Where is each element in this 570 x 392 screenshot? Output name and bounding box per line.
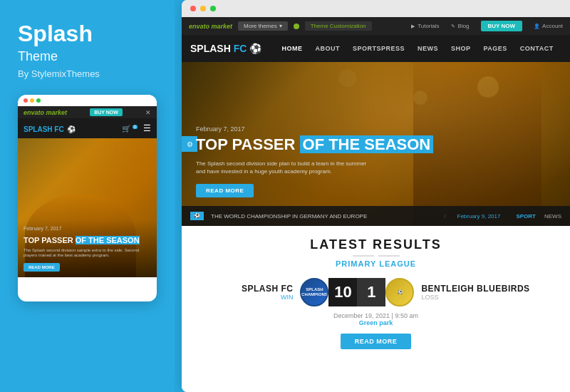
away-team-badge: ⚽ (385, 278, 414, 306)
left-panel: Splash Theme By StylemixThemes envato ma… (0, 0, 175, 392)
breaking-text: THE WORLD CHAMPIONSHIP IN GERMANY AND EU… (211, 213, 432, 220)
mobile-envato-logo: envato market (24, 109, 67, 116)
right-panel: envato market More themes ▾ Theme Custom… (182, 0, 570, 392)
hero-date: February 7, 2017 (196, 125, 433, 133)
site-nav: SPLASH FC ⚽ HOME ABOUT SPORTSPRESS NEWS … (182, 35, 570, 62)
nav-home[interactable]: HOME (276, 35, 308, 62)
results-title: LATEST RESULTS (196, 237, 556, 252)
sport-tag: SPORT (516, 213, 536, 220)
browser-dot-red[interactable] (190, 6, 196, 11)
hero-read-more-button[interactable]: READ MORE (196, 184, 254, 197)
mobile-logo-text: SPLASH FC ⚽ (24, 125, 76, 133)
site-logo: SPLASH FC ⚽ (190, 43, 261, 54)
blog-link[interactable]: Blog (458, 23, 470, 29)
nav-contact[interactable]: CONTACT (514, 35, 559, 62)
mobile-read-more-button[interactable]: READ MORE (24, 263, 60, 272)
logo-fc: FC (234, 43, 247, 54)
hero-content: February 7, 2017 TOP PASSER OF THE SEASO… (196, 125, 433, 197)
results-divider (196, 255, 556, 257)
tutorials-link[interactable]: Tutorials (418, 23, 439, 29)
nav-news[interactable]: NEWS (412, 35, 444, 62)
blog-icon: ✎ (451, 24, 455, 29)
home-team-badge: SPLASHCHAMPIONS (300, 278, 328, 306)
results-read-more: READ MORE (196, 334, 556, 349)
hero-title-part1: TOP PASSER (196, 135, 295, 153)
divider-line-left (353, 255, 374, 257)
hero-title: TOP PASSER OF THE SEASON (196, 136, 433, 153)
home-team-name: SPLASH FC (242, 284, 294, 294)
theme-title: Splash (18, 21, 157, 46)
theme-author: By StylemixThemes (18, 68, 157, 79)
mobile-logo: SPLASH FC ⚽ (24, 122, 76, 135)
nav-about[interactable]: ABOUT (309, 35, 346, 62)
mobile-envato-bar: envato market BUY NOW ✕ (18, 106, 157, 118)
score-section: SPLASHCHAMPIONS 10 1 ⚽ (300, 278, 414, 306)
site-wrapper: envato market More themes ▾ Theme Custom… (182, 17, 570, 392)
mobile-dot-red (24, 98, 28, 103)
home-score: 10 (328, 278, 357, 306)
browser-dot-green[interactable] (210, 6, 216, 11)
league-name: Primary League (196, 259, 556, 268)
mobile-close-icon[interactable]: ✕ (145, 109, 151, 116)
logo-soccer-icon: ⚽ (249, 43, 261, 54)
match-venue: Green park (196, 319, 556, 326)
envato-market-logo: envato market (189, 23, 232, 30)
breaking-date: February 9, 2017 (457, 213, 501, 220)
browser-chrome (182, 0, 570, 17)
theme-customization-button[interactable]: Theme Customization (305, 21, 372, 31)
mobile-hero-title-part1: TOP PASSER (24, 236, 76, 244)
mobile-hero: February 7, 2017 TOP PASSER OF THE SEASO… (18, 138, 157, 277)
nav-pages[interactable]: PAGES (478, 35, 513, 62)
chevron-down-icon: ▾ (279, 23, 282, 29)
mobile-hero-title-part2: OF THE SEASON (76, 236, 140, 244)
mobile-dot-green (36, 98, 41, 103)
home-team: SPLASH FC WIN (222, 284, 293, 301)
hero-title-highlight: OF THE SEASON (300, 135, 434, 153)
match-date: December 19, 2021 | 9:50 am (196, 312, 556, 319)
mobile-dots (24, 98, 41, 103)
results-section: LATEST RESULTS Primary League SPLASH FC … (182, 226, 570, 392)
results-read-more-button[interactable]: READ MORE (341, 334, 412, 349)
home-team-status: WIN (281, 294, 294, 301)
video-icon: ▶ (411, 24, 415, 29)
mobile-top-bar (18, 95, 157, 106)
browser-dot-yellow[interactable] (200, 6, 206, 11)
nav-sportspress[interactable]: SPORTSPRESS (347, 35, 410, 62)
account-link[interactable]: Account (542, 23, 563, 29)
breaking-label: ⚽ (190, 212, 204, 220)
mobile-soccer-icon: ⚽ (67, 125, 76, 133)
logo-splash: SPLASH (190, 43, 231, 54)
theme-subtitle: Theme (18, 49, 157, 64)
away-score: 1 (357, 278, 385, 306)
hero-description: The Splash second division side plan to … (196, 160, 367, 175)
account-icon: 👤 (534, 24, 540, 29)
divider-line-right (378, 255, 400, 257)
more-themes-button[interactable]: More themes ▾ (238, 21, 288, 31)
mobile-nav: SPLASH FC ⚽ 🛒 0 ☰ (18, 118, 157, 138)
buy-now-button[interactable]: BUY NOW (481, 21, 523, 31)
mobile-hamburger-icon[interactable]: ☰ (143, 123, 151, 133)
site-top-bar: envato market More themes ▾ Theme Custom… (182, 17, 570, 35)
mobile-buy-button[interactable]: BUY NOW (90, 108, 123, 116)
nav-shop[interactable]: SHOP (445, 35, 477, 62)
news-tag: NEWS (544, 213, 561, 220)
breaking-separator: / (444, 213, 445, 220)
nav-links: HOME ABOUT SPORTSPRESS NEWS SHOP PAGES C… (276, 35, 561, 62)
mobile-hero-overlay: February 7, 2017 TOP PASSER OF THE SEASO… (18, 220, 157, 278)
away-team: BENTLEIGH BLUEBIRDS LOSS (421, 284, 529, 301)
mobile-hero-date: February 7, 2017 (24, 226, 151, 231)
match-row: SPLASH FC WIN SPLASHCHAMPIONS 10 1 ⚽ (196, 278, 556, 306)
theme-title-block: Splash Theme By StylemixThemes (18, 21, 157, 95)
away-team-status: LOSS (421, 294, 438, 301)
mobile-mockup: envato market BUY NOW ✕ SPLASH FC ⚽ 🛒 0 … (18, 95, 157, 301)
match-info: December 19, 2021 | 9:50 am Green park (196, 312, 556, 326)
away-team-name: BENTLEIGH BLUEBIRDS (421, 284, 529, 294)
settings-icon[interactable]: ⚙ (182, 136, 197, 152)
breaking-news-bar: ⚽ THE WORLD CHAMPIONSHIP IN GERMANY AND … (182, 206, 570, 226)
green-dot-icon (294, 24, 299, 29)
mobile-cart-icon[interactable]: 🛒 0 (122, 125, 138, 133)
mobile-hero-description: The Splash second division sample extra … (24, 248, 151, 259)
hero-section: ⚙ February 7, 2017 TOP PASSER OF THE SEA… (182, 62, 570, 226)
mobile-dot-yellow (30, 98, 34, 103)
